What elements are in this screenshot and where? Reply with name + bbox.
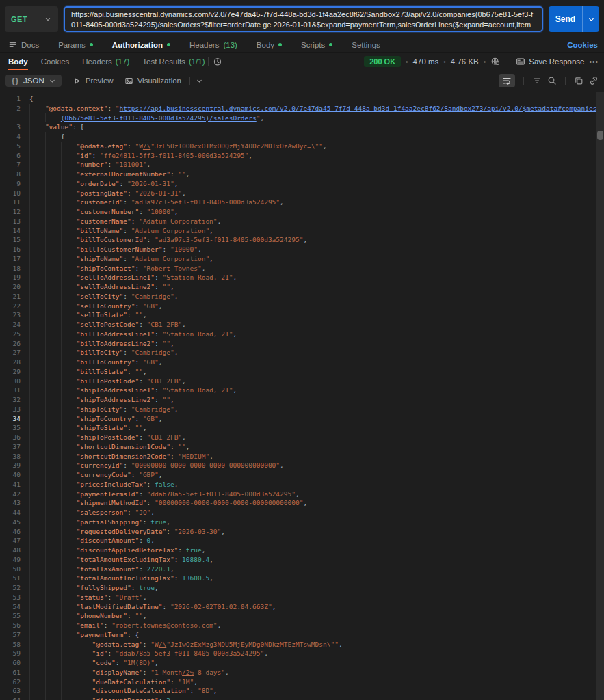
line-number: 48: [0, 546, 21, 555]
line-number: 37: [0, 442, 21, 452]
line-number: 30: [0, 377, 21, 386]
request-tab-scripts[interactable]: Scripts: [301, 41, 332, 49]
method-select[interactable]: GET: [5, 6, 58, 32]
cookies-link[interactable]: Cookies: [567, 41, 598, 49]
line-number: 46: [0, 527, 21, 537]
line-number: 53: [0, 593, 21, 602]
code-line: 3"value": [: [0, 122, 604, 132]
image-icon: [124, 77, 133, 85]
line-number: 12: [0, 207, 21, 217]
line-number: 27: [0, 348, 21, 358]
code-line: 44"salesperson": "JO",: [0, 508, 604, 517]
play-icon: [73, 77, 81, 85]
line-number: 33: [0, 405, 21, 414]
green-dot: [90, 43, 93, 46]
code-line: 5"@odata.etag": "W/\"JzE5OzI0ODcxOTMxODQ…: [0, 142, 604, 151]
line-number: 1: [0, 94, 21, 104]
code-line: 45"partialShipping": true,: [0, 517, 604, 527]
code-line: 60"code": "1M(8D)",: [0, 658, 604, 668]
divider: [565, 77, 566, 85]
request-tab-headers[interactable]: Headers(13): [189, 41, 237, 49]
code-line: 4{: [0, 132, 604, 142]
status-badge: 200 OK: [364, 56, 401, 67]
code-line: 55"phoneNumber": "",: [0, 611, 604, 621]
scrollbar-track[interactable]: [596, 92, 604, 700]
line-number: 40: [0, 470, 21, 480]
line-number: 3: [0, 122, 21, 132]
code-line: 52"fullyShipped": true,: [0, 583, 604, 593]
line-number: 32: [0, 395, 21, 405]
more-options-icon[interactable]: •••: [589, 58, 599, 66]
code-line: 47"discountAmount": 0,: [0, 536, 604, 546]
postman-window: GET https://api.businesscentral.dynamics…: [0, 0, 604, 700]
link-icon[interactable]: [589, 76, 599, 85]
code-line: 64"discountPercent": 2,: [0, 696, 604, 700]
line-number: 14: [0, 226, 21, 236]
tab-count: (1/1): [189, 57, 205, 66]
code-line: 51"totalAmountIncludingTax": 13600.5,: [0, 574, 604, 583]
request-tab-params[interactable]: Params: [58, 41, 93, 49]
code-line: 36"shipToPostCode": "CB1 2FB",: [0, 433, 604, 442]
preview-label: Preview: [86, 77, 114, 85]
line-number: 20: [0, 282, 21, 292]
line-number: 25: [0, 329, 21, 339]
line-number: 17: [0, 254, 21, 264]
response-tab-test-results[interactable]: Test Results(1/1): [142, 53, 205, 70]
code-line: 8"externalDocumentNumber": "",: [0, 170, 604, 179]
line-number: 24: [0, 320, 21, 329]
network-globe-icon[interactable]: [490, 57, 500, 66]
request-tab-settings[interactable]: Settings: [352, 41, 380, 49]
code-line: 53"status": "Draft",: [0, 593, 604, 602]
line-number: 47: [0, 536, 21, 546]
line-number: 26: [0, 339, 21, 349]
send-label[interactable]: Send: [549, 6, 582, 32]
code-line: 2"@odata.context": "https://api.business…: [0, 104, 604, 113]
line-number: [0, 113, 21, 123]
tab-label: Docs: [21, 41, 39, 49]
response-view-toolbar: {} JSON Preview Visualization: [0, 70, 604, 92]
response-tab-body[interactable]: Body: [8, 53, 28, 70]
code-line: 39"currencyId": "00000000-0000-0000-0000…: [0, 461, 604, 470]
line-number: 11: [0, 198, 21, 207]
line-number: 64: [0, 696, 21, 700]
response-time: 470 ms: [413, 57, 439, 66]
copy-icon[interactable]: [574, 76, 583, 85]
line-number: 18: [0, 264, 21, 273]
code-line: 14"billToName": "Adatum Corporation",: [0, 226, 604, 236]
line-number: 42: [0, 489, 21, 499]
filter-icon[interactable]: [532, 76, 542, 85]
history-icon[interactable]: [213, 57, 222, 66]
line-number: 44: [0, 508, 21, 517]
line-number: 36: [0, 433, 21, 442]
save-response-button[interactable]: Save Response: [516, 57, 584, 66]
request-tabs-bar: DocsParamsAuthorizationHeaders(13)BodySc…: [0, 38, 604, 53]
line-number: 56: [0, 621, 21, 630]
response-tab-headers[interactable]: Headers(17): [82, 53, 129, 70]
preview-button[interactable]: Preview: [73, 77, 114, 85]
line-number: 13: [0, 217, 21, 226]
visualization-chevron-icon[interactable]: [196, 77, 203, 85]
method-label: GET: [11, 15, 27, 23]
request-tab-authorization[interactable]: Authorization: [112, 41, 170, 49]
line-number: 49: [0, 555, 21, 565]
request-tab-body[interactable]: Body: [257, 41, 282, 49]
request-tab-docs[interactable]: Docs: [8, 40, 39, 49]
response-tab-cookies[interactable]: Cookies: [41, 53, 70, 70]
code-line: 59"id": "ddab78a5-5ef3-f011-8405-000d3a5…: [0, 649, 604, 658]
code-line: 33"shipToCity": "Cambridge",: [0, 405, 604, 414]
url-input[interactable]: https://api.businesscentral.dynamics.com…: [64, 6, 543, 32]
visualization-button[interactable]: Visualization: [124, 77, 181, 85]
divider: [189, 77, 190, 85]
body-format-select[interactable]: {} JSON: [5, 75, 62, 87]
scrollbar-thumb[interactable]: [597, 131, 603, 140]
search-icon[interactable]: [547, 76, 557, 85]
send-options-chevron[interactable]: [582, 6, 599, 32]
line-number: 2: [0, 104, 21, 113]
code-line: 40"currencyCode": "GBP",: [0, 470, 604, 480]
line-number: 50: [0, 565, 21, 574]
code-line: 41"pricesIncludeTax": false,: [0, 480, 604, 489]
wrap-lines-toggle[interactable]: [499, 74, 515, 88]
visualization-label: Visualization: [137, 77, 181, 85]
send-button[interactable]: Send: [549, 6, 599, 32]
line-number: 15: [0, 235, 21, 245]
